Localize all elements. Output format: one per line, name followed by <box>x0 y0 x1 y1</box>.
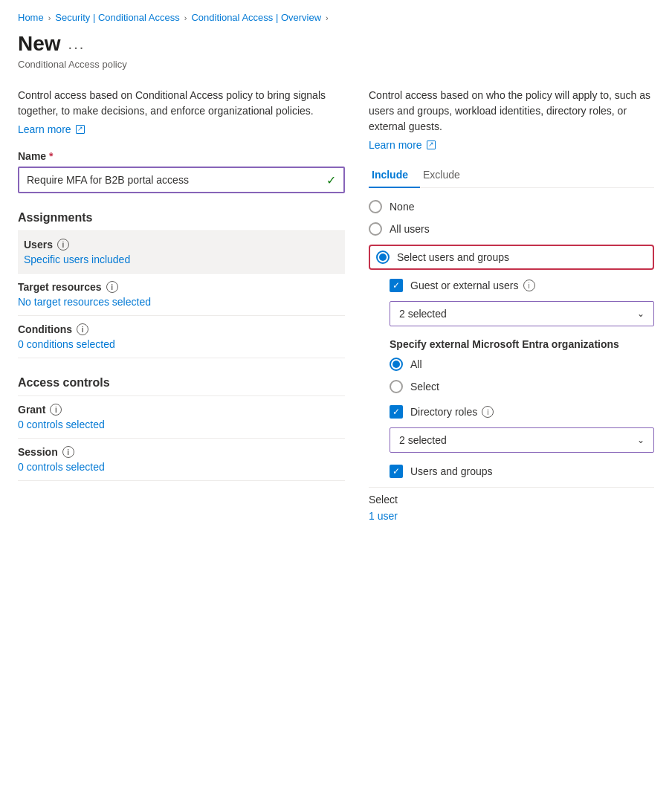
bottom-section: Select 1 user <box>369 487 654 522</box>
checkbox-users-groups-check: ✓ <box>392 467 400 476</box>
right-external-link-icon <box>427 141 436 149</box>
breadcrumb-home[interactable]: Home <box>18 12 44 23</box>
main-layout: Control access based on Conditional Acce… <box>18 88 654 522</box>
checkbox-users-groups-label: Users and groups <box>410 465 493 477</box>
checkbox-directory-roles[interactable]: ✓ Directory roles i <box>390 405 654 419</box>
checkbox-guest-external-label: Guest or external users i <box>410 280 535 291</box>
left-description: Control access based on Conditional Acce… <box>18 88 345 119</box>
left-learn-more-link[interactable]: Learn more <box>18 123 85 135</box>
name-input-wrapper: ✓ <box>18 167 345 193</box>
radio-all-orgs[interactable]: All <box>390 358 654 371</box>
radio-all-orgs-label: All <box>410 358 422 370</box>
checkbox-guest-external-box: ✓ <box>390 279 403 292</box>
users-value[interactable]: Specific users included <box>24 253 339 265</box>
users-info-icon[interactable]: i <box>57 239 69 251</box>
guest-external-info-icon[interactable]: i <box>523 280 535 291</box>
grant-row[interactable]: Grant i 0 controls selected <box>18 396 345 439</box>
tab-exclude[interactable]: Exclude <box>420 163 472 188</box>
directory-roles-dropdown[interactable]: 2 selected ⌄ <box>390 427 654 453</box>
radio-select-users-groups[interactable]: Select users and groups <box>369 245 654 270</box>
radio-all-users[interactable]: All users <box>369 222 654 236</box>
checkbox-directory-roles-label: Directory roles i <box>410 406 494 418</box>
assignments-heading: Assignments <box>18 211 345 225</box>
users-label: Users <box>24 239 53 251</box>
users-assignment-row[interactable]: Users i Specific users included <box>18 231 345 274</box>
check-icon: ✓ <box>326 173 336 187</box>
breadcrumb: Home › Security | Conditional Access › C… <box>18 12 654 23</box>
checkbox-directory-roles-box: ✓ <box>390 405 403 419</box>
session-info-icon[interactable]: i <box>62 446 74 458</box>
target-resources-row[interactable]: Target resources i No target resources s… <box>18 274 345 316</box>
more-options-button[interactable]: ... <box>68 36 85 53</box>
bottom-value-link[interactable]: 1 user <box>369 510 654 522</box>
radio-all-users-label: All users <box>390 223 430 235</box>
radio-all-orgs-circle <box>390 358 403 371</box>
radio-all-orgs-dot <box>392 361 400 368</box>
conditions-info-icon[interactable]: i <box>77 323 88 335</box>
grant-value[interactable]: 0 controls selected <box>18 419 345 430</box>
target-resources-label: Target resources <box>18 281 102 293</box>
directory-roles-dropdown-chevron: ⌄ <box>637 435 644 445</box>
radio-all-users-circle <box>369 222 382 236</box>
conditions-value[interactable]: 0 conditions selected <box>18 338 345 350</box>
directory-roles-info-icon[interactable]: i <box>482 406 494 418</box>
right-panel: Control access based on who the policy w… <box>369 88 654 522</box>
breadcrumb-security[interactable]: Security | Conditional Access <box>55 12 179 23</box>
breadcrumb-sep-2: › <box>184 13 187 22</box>
tab-include[interactable]: Include <box>369 163 420 188</box>
checkbox-directory-roles-check: ✓ <box>392 407 400 416</box>
required-indicator: * <box>49 150 53 162</box>
checkbox-guest-external-check: ✓ <box>392 281 400 290</box>
entra-orgs-subsection: Specify external Microsoft Entra organiz… <box>390 338 654 393</box>
checkbox-guest-external[interactable]: ✓ Guest or external users i <box>390 279 654 292</box>
checkbox-users-groups[interactable]: ✓ Users and groups <box>390 465 654 478</box>
radio-none-label: None <box>390 201 414 213</box>
left-panel: Control access based on Conditional Acce… <box>18 88 345 481</box>
radio-none-circle <box>369 200 382 213</box>
conditions-label: Conditions <box>18 323 72 335</box>
radio-select-users-groups-label: Select users and groups <box>397 251 509 263</box>
directory-roles-dropdown-text: 2 selected <box>399 434 447 446</box>
external-link-icon <box>76 125 85 134</box>
access-controls-heading: Access controls <box>18 376 345 390</box>
radio-select-users-groups-circle <box>376 251 390 264</box>
radio-dot <box>379 253 387 261</box>
breadcrumb-sep-1: › <box>48 13 51 22</box>
guest-external-dropdown-chevron: ⌄ <box>637 309 644 319</box>
right-learn-more-link[interactable]: Learn more <box>369 139 436 151</box>
session-row[interactable]: Session i 0 controls selected <box>18 439 345 481</box>
name-input[interactable] <box>19 168 343 192</box>
grant-info-icon[interactable]: i <box>50 404 62 416</box>
target-resources-info-icon[interactable]: i <box>106 281 118 293</box>
page-title-area: New ... <box>18 32 654 56</box>
guest-external-dropdown-text: 2 selected <box>399 308 447 320</box>
include-exclude-tabs: Include Exclude <box>369 163 654 188</box>
page-title: New <box>18 32 61 56</box>
session-value[interactable]: 0 controls selected <box>18 461 345 473</box>
grant-label: Grant <box>18 404 45 416</box>
conditions-row[interactable]: Conditions i 0 conditions selected <box>18 316 345 358</box>
entra-orgs-title: Specify external Microsoft Entra organiz… <box>390 338 654 350</box>
page-subtitle: Conditional Access policy <box>18 59 654 70</box>
breadcrumb-sep-3: › <box>326 13 329 22</box>
target-resources-value[interactable]: No target resources selected <box>18 296 345 308</box>
bottom-label: Select <box>369 494 654 506</box>
checkbox-users-groups-box: ✓ <box>390 465 403 478</box>
right-description: Control access based on who the policy w… <box>369 88 654 135</box>
radio-select-orgs-circle <box>390 380 403 393</box>
guest-external-dropdown[interactable]: 2 selected ⌄ <box>390 301 654 326</box>
radio-select-orgs-label: Select <box>410 381 439 393</box>
radio-none[interactable]: None <box>369 200 654 213</box>
radio-select-orgs[interactable]: Select <box>390 380 654 393</box>
breadcrumb-overview[interactable]: Conditional Access | Overview <box>191 12 321 23</box>
name-field-label: Name * <box>18 150 345 162</box>
session-label: Session <box>18 446 58 458</box>
